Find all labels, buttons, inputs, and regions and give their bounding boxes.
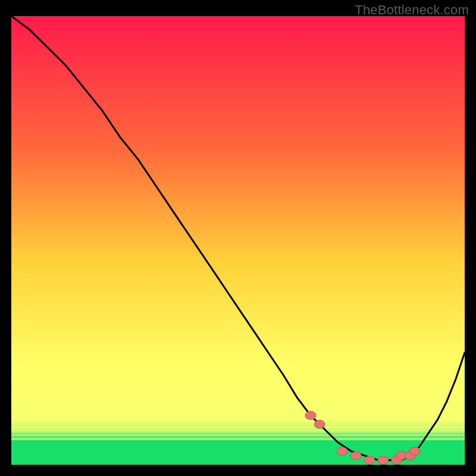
svg-rect-4 — [11, 427, 465, 428]
marker-point — [314, 420, 325, 428]
watermark-text: TheBottleneck.com — [355, 2, 469, 18]
svg-rect-3 — [11, 430, 465, 431]
svg-rect-1 — [11, 433, 465, 435]
marker-point — [378, 456, 389, 465]
marker-point — [409, 447, 420, 455]
svg-rect-2 — [11, 436, 465, 438]
marker-point — [337, 447, 347, 455]
marker-point — [350, 452, 361, 460]
plot-svg — [11, 16, 465, 465]
chart-frame: TheBottleneck.com — [0, 0, 476, 476]
marker-point — [305, 411, 316, 419]
plot-area — [11, 16, 465, 465]
marker-point — [364, 456, 375, 465]
